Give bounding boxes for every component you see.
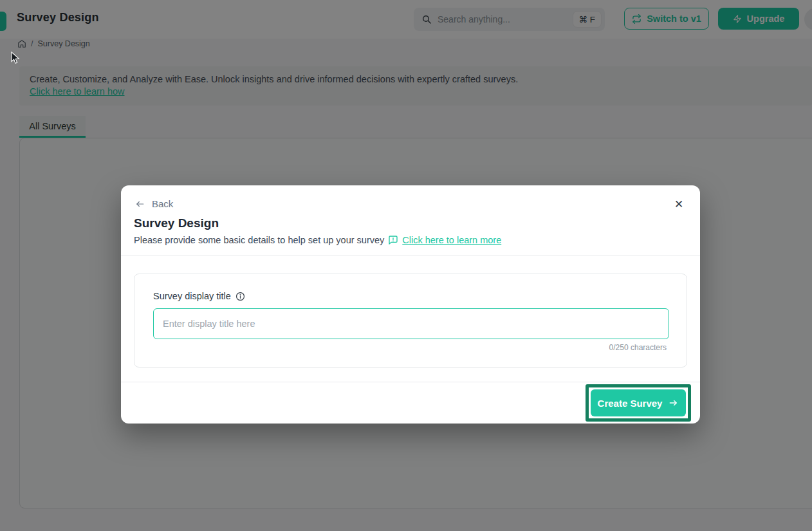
message-alert-icon bbox=[388, 235, 398, 245]
create-survey-button[interactable]: Create Survey bbox=[591, 389, 686, 416]
modal-footer-divider bbox=[121, 382, 700, 382]
arrow-right-icon bbox=[668, 398, 679, 407]
survey-title-label-row: Survey display title bbox=[153, 291, 245, 301]
back-label: Back bbox=[152, 198, 173, 209]
modal-subtitle-row: Please provide some basic details to hel… bbox=[134, 235, 501, 245]
modal-title: Survey Design bbox=[134, 216, 219, 230]
close-icon[interactable]: ✕ bbox=[672, 197, 686, 211]
app-screen: Survey Design Search anything... ⌘ F Swi… bbox=[0, 0, 812, 531]
survey-title-card: Survey display title 0/250 characters bbox=[134, 274, 687, 368]
modal-subtitle: Please provide some basic details to hel… bbox=[134, 235, 384, 245]
create-survey-label: Create Survey bbox=[598, 398, 663, 409]
char-counter: 0/250 characters bbox=[609, 343, 667, 352]
back-button[interactable]: Back bbox=[134, 198, 173, 209]
modal-learn-more-link[interactable]: Click here to learn more bbox=[402, 235, 501, 245]
survey-design-modal: Back ✕ Survey Design Please provide some… bbox=[121, 185, 700, 424]
create-survey-highlight-box: Create Survey bbox=[586, 384, 691, 422]
modal-header-divider bbox=[121, 256, 700, 256]
mouse-cursor bbox=[10, 51, 22, 64]
arrow-left-icon bbox=[134, 200, 145, 209]
survey-title-label: Survey display title bbox=[153, 291, 231, 301]
survey-title-input[interactable] bbox=[153, 308, 669, 339]
info-icon[interactable] bbox=[235, 292, 245, 301]
